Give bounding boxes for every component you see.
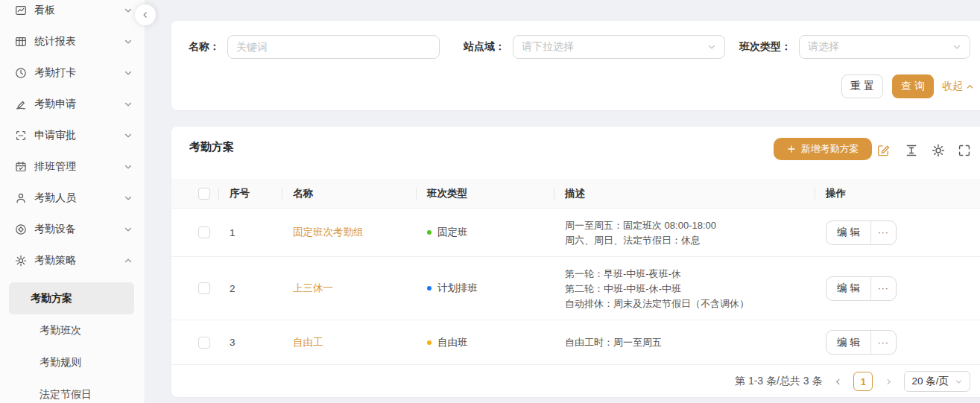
search-button[interactable]: 查 询 (892, 74, 934, 98)
chevron-up-icon (966, 83, 974, 91)
select-all-checkbox[interactable] (198, 188, 210, 200)
edit-button[interactable]: 编 辑 (826, 277, 871, 300)
collapse-filter-link[interactable]: 收起 (942, 74, 974, 98)
sidebar-item-request[interactable]: 考勤申请 (0, 89, 145, 120)
sidebar-subitem-attendance-rules[interactable]: 考勤规则 (9, 346, 134, 378)
column-header-shift-type: 班次类型 (423, 187, 560, 200)
attendance-plan-table: 序号 名称 班次类型 描述 操作 1 固定班次考勤组 固定班 周一至周五：固定班… (171, 179, 980, 365)
sidebar-item-approval[interactable]: 申请审批 (0, 120, 145, 151)
plan-name-link[interactable]: 固定班次考勤组 (293, 226, 364, 238)
fullscreen-icon[interactable] (958, 144, 971, 157)
chevron-down-icon (955, 378, 963, 386)
sidebar-item-label: 考勤申请 (34, 98, 124, 111)
more-actions-button[interactable]: ··· (871, 221, 896, 244)
shift-type-label: 计划排班 (437, 282, 478, 295)
gear-icon[interactable] (932, 144, 945, 157)
shift-type-field-group: 班次类型： 请选择 (729, 35, 970, 59)
submenu-item-label: 考勤方案 (31, 292, 72, 305)
column-header-desc: 描述 (560, 187, 821, 200)
site-select-placeholder: 请下拉选择 (522, 40, 707, 54)
description-cell: 周一至周五：固定班次 08:00-18:00 周六、周日、法定节假日：休息 (560, 219, 821, 247)
filter-panel: 名称： 站点域： 请下拉选择 班次类型： 请选择 重 置 查 询 收起 (171, 21, 980, 110)
shift-type-select[interactable]: 请选择 (799, 35, 970, 59)
chevron-down-icon (124, 6, 133, 15)
add-attendance-plan-label: 新增考勤方案 (801, 142, 859, 156)
row-select-cell (189, 282, 225, 294)
sidebar-collapse-button[interactable] (135, 4, 156, 25)
row-no: 3 (225, 337, 288, 348)
gear-icon (15, 255, 27, 267)
row-checkbox[interactable] (198, 226, 210, 238)
sidebar-item-personnel[interactable]: 考勤人员 (0, 183, 145, 214)
sidebar-item-clock-in[interactable]: 考勤打卡 (0, 57, 145, 89)
description-line: 第一轮：早班-中班-夜班-休 (565, 267, 821, 280)
filter-actions-row: 重 置 查 询 收起 (171, 74, 980, 98)
description-cell: 第一轮：早班-中班-夜班-休 第二轮：中班-中班-休-中班 自动排休：周末及法定… (560, 267, 821, 310)
submenu-item-label: 法定节假日 (39, 388, 92, 402)
chevron-left-icon (141, 10, 150, 19)
pagination-prev-button[interactable] (829, 373, 846, 390)
dashboard-chart-icon (15, 4, 27, 16)
sidebar-item-strategy[interactable]: 考勤策略 (0, 245, 145, 276)
actions-cell: 编 辑 ··· (821, 220, 980, 245)
pagination-next-button[interactable] (880, 373, 897, 390)
sidebar-item-label: 统计报表 (34, 35, 124, 48)
submenu-item-label: 考勤规则 (39, 356, 81, 369)
page-size-select[interactable]: 20 条/页 (904, 371, 970, 392)
more-actions-button[interactable]: ··· (871, 331, 896, 354)
description-cell: 自由工时：周一至周五 (560, 336, 821, 349)
row-select-cell (189, 337, 225, 349)
edit-button[interactable]: 编 辑 (826, 331, 871, 354)
shift-type-field-label: 班次类型： (729, 40, 791, 54)
table-row: 2 上三休一 计划排班 第一轮：早班-中班-夜班-休 第二轮：中班-中班-休-中… (171, 257, 980, 320)
site-select[interactable]: 请下拉选择 (513, 35, 725, 59)
approval-frame-icon (15, 130, 27, 142)
page-size-value: 20 条/页 (911, 375, 949, 388)
row-checkbox[interactable] (198, 282, 210, 294)
row-action-group: 编 辑 ··· (826, 276, 897, 301)
reset-button[interactable]: 重 置 (841, 74, 883, 98)
report-table-icon (15, 36, 27, 48)
edit-square-icon[interactable] (876, 144, 890, 157)
clock-icon (15, 67, 27, 79)
plus-icon (787, 145, 796, 153)
person-icon (15, 192, 27, 204)
shift-type-cell: 计划排班 (423, 282, 560, 295)
sidebar-subitem-legal-holidays[interactable]: 法定节假日 (9, 378, 134, 403)
more-actions-button[interactable]: ··· (871, 277, 896, 300)
sidebar-item-devices[interactable]: 考勤设备 (0, 214, 145, 245)
shift-type-label: 自由班 (437, 336, 468, 349)
sidebar-item-label: 看板 (34, 4, 124, 17)
description-line: 自由工时：周一至周五 (565, 336, 821, 349)
sidebar-item-scheduling[interactable]: 排班管理 (0, 151, 145, 183)
row-checkbox[interactable] (198, 337, 210, 349)
shift-type-label: 固定班 (437, 226, 468, 239)
chevron-down-icon (952, 42, 961, 51)
site-field-group: 站点域： 请下拉选择 (458, 35, 725, 59)
sidebar-item-label: 考勤设备 (34, 223, 124, 236)
chevron-down-icon (124, 225, 133, 234)
row-height-icon[interactable] (905, 144, 918, 157)
description-line: 周一至周五：固定班次 08:00-18:00 (565, 219, 821, 232)
submenu-item-label: 考勤班次 (39, 324, 81, 337)
actions-cell: 编 辑 ··· (821, 330, 980, 355)
name-input[interactable] (227, 35, 440, 59)
chevron-down-icon (124, 162, 133, 171)
sidebar-item-reports[interactable]: 统计报表 (0, 26, 145, 57)
pagination-page-1[interactable]: 1 (853, 372, 873, 391)
chevron-down-icon (707, 42, 716, 51)
edit-button[interactable]: 编 辑 (826, 221, 871, 244)
row-no: 2 (225, 283, 288, 294)
sidebar-item-dashboard[interactable]: 看板 (0, 0, 145, 26)
plan-name-link[interactable]: 自由工 (293, 337, 323, 348)
table-row: 1 固定班次考勤组 固定班 周一至周五：固定班次 08:00-18:00 周六、… (171, 209, 980, 257)
sidebar-item-label: 考勤人员 (34, 191, 124, 205)
plan-name-link[interactable]: 上三休一 (293, 282, 333, 293)
add-attendance-plan-button[interactable]: 新增考勤方案 (774, 138, 872, 160)
sidebar-subitem-attendance-plan[interactable]: 考勤方案 (9, 282, 134, 314)
collapse-filter-label: 收起 (942, 80, 963, 93)
sidebar-subitem-attendance-shifts[interactable]: 考勤班次 (9, 314, 134, 346)
row-action-group: 编 辑 ··· (826, 330, 897, 355)
chevron-down-icon (124, 100, 133, 109)
select-all-cell (189, 188, 225, 200)
